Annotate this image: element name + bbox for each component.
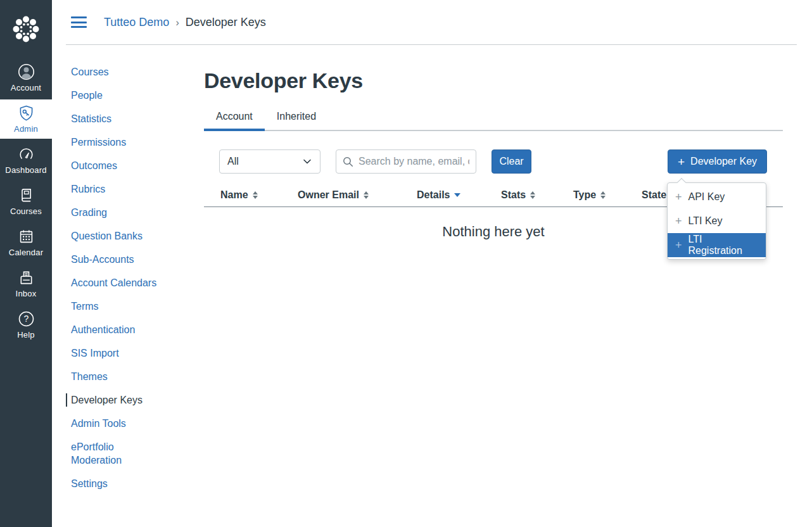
account-context-navigation: Courses People Statistics Permissions Ou… (66, 65, 193, 500)
context-nav-item-terms[interactable]: Terms (66, 300, 161, 313)
inbox-icon (18, 269, 35, 286)
global-nav-item-calendar[interactable]: Calendar (0, 223, 52, 262)
global-nav-label: Account (11, 83, 41, 92)
avatar-icon (18, 63, 35, 80)
shield-key-icon (18, 105, 35, 122)
add-key-menu: + API Key + LTI Key + LTI Registration (667, 182, 766, 260)
sort-icon (364, 191, 369, 199)
breadcrumb-root-link[interactable]: Tutteo Demo (104, 16, 169, 29)
context-nav-item-admin-tools[interactable]: Admin Tools (66, 417, 161, 430)
type-filter-value: All (227, 156, 239, 167)
sort-desc-icon (454, 193, 460, 197)
context-nav-item-question-banks[interactable]: Question Banks (66, 229, 161, 243)
page-title: Developer Keys (204, 68, 783, 93)
canvas-logo-icon (11, 14, 41, 44)
context-nav-item-developer-keys[interactable]: Developer Keys (66, 393, 161, 407)
menu-item-api-key[interactable]: + API Key (668, 185, 766, 209)
toolbar: All Clear + Developer Key (204, 149, 783, 174)
menu-item-lti-key[interactable]: + LTI Key (668, 209, 766, 233)
tab-inherited[interactable]: Inherited (265, 105, 328, 130)
context-nav-item-settings[interactable]: Settings (66, 477, 161, 490)
chevron-down-icon (302, 156, 312, 167)
add-developer-key-button[interactable]: + Developer Key (668, 149, 767, 174)
column-header-name[interactable]: Name (220, 189, 258, 201)
breadcrumb-current: Developer Keys (186, 16, 266, 29)
main-content: Developer Keys Account Inherited All Cle… (204, 44, 783, 240)
context-nav-item-eportfolio-moderation[interactable]: ePortfolio Moderation (66, 440, 161, 467)
global-nav-item-dashboard[interactable]: Dashboard (0, 141, 52, 180)
column-header-details[interactable]: Details (417, 189, 460, 201)
add-developer-key-label: Developer Key (690, 156, 757, 167)
global-nav-item-help[interactable]: ? Help (0, 305, 52, 345)
context-nav-item-people[interactable]: People (66, 89, 161, 102)
breadcrumb-separator: › (175, 17, 179, 28)
global-nav-item-courses[interactable]: Courses (0, 182, 52, 221)
plus-icon: + (675, 239, 682, 251)
context-nav-item-statistics[interactable]: Statistics (66, 112, 161, 125)
type-filter-select[interactable]: All (219, 149, 320, 174)
context-nav-item-outcomes[interactable]: Outcomes (66, 159, 161, 172)
context-nav-item-rubrics[interactable]: Rubrics (66, 182, 161, 196)
tab-account[interactable]: Account (204, 105, 265, 130)
clear-button[interactable]: Clear (492, 149, 531, 174)
gauge-icon (18, 146, 35, 163)
context-nav-item-sub-accounts[interactable]: Sub-Accounts (66, 253, 161, 266)
search-icon (343, 156, 353, 167)
context-nav-item-account-calendars[interactable]: Account Calendars (66, 276, 161, 289)
global-nav-item-account[interactable]: Account (0, 58, 52, 98)
context-nav-item-grading[interactable]: Grading (66, 206, 161, 219)
context-nav-item-sis-import[interactable]: SIS Import (66, 346, 161, 360)
svg-text:?: ? (23, 314, 29, 324)
global-nav-label: Calendar (9, 248, 43, 257)
global-navigation: Account Admin Dashboard Courses (0, 0, 52, 527)
help-icon: ? (18, 310, 35, 327)
global-nav-label: Admin (14, 124, 38, 134)
book-icon (18, 187, 35, 204)
tabs: Account Inherited (204, 105, 783, 131)
menu-item-lti-registration[interactable]: + LTI Registration (668, 233, 766, 257)
column-header-owner-email[interactable]: Owner Email (298, 189, 369, 201)
context-nav-item-courses[interactable]: Courses (66, 65, 161, 79)
plus-icon: + (675, 191, 682, 203)
column-header-type[interactable]: Type (573, 189, 606, 201)
plus-icon: + (678, 156, 685, 168)
context-nav-item-permissions[interactable]: Permissions (66, 136, 161, 149)
search-box (336, 149, 476, 174)
global-nav-label: Help (17, 330, 35, 340)
context-nav-item-themes[interactable]: Themes (66, 370, 161, 383)
global-nav-label: Inbox (16, 289, 37, 298)
breadcrumb: Tutteo Demo›Developer Keys (104, 15, 266, 30)
menu-toggle-icon[interactable] (71, 16, 87, 28)
global-nav-item-admin[interactable]: Admin (0, 99, 52, 139)
sort-icon (530, 191, 535, 199)
sort-icon (253, 191, 258, 199)
column-header-stats[interactable]: Stats (501, 189, 535, 201)
global-nav-item-inbox[interactable]: Inbox (0, 264, 52, 303)
global-nav-label: Courses (10, 206, 42, 216)
global-nav-label: Dashboard (5, 165, 46, 175)
context-nav-item-authentication[interactable]: Authentication (66, 323, 161, 336)
plus-icon: + (675, 215, 682, 227)
calendar-icon (18, 228, 35, 245)
sort-icon (600, 191, 606, 199)
search-input[interactable] (358, 156, 469, 167)
canvas-logo[interactable] (0, 0, 52, 58)
